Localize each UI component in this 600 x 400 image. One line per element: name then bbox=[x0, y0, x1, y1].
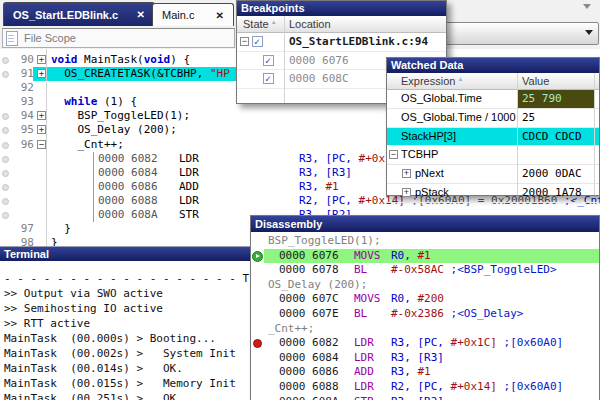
asm-mnemonic: BL bbox=[354, 307, 391, 322]
asm-operand: R3, [PC, bbox=[391, 336, 451, 349]
disasm-row[interactable]: 0000 6078BL#-0x58AC ;<BSP_ToggleLED> bbox=[251, 263, 599, 278]
gutter-dot-icon[interactable] bbox=[2, 57, 9, 64]
asm-operand: R3, [R3] bbox=[391, 351, 444, 364]
asm-operand: R3, [R3] bbox=[299, 166, 352, 179]
gutter-dot-icon[interactable] bbox=[2, 184, 9, 191]
fold-toggle-icon[interactable]: + bbox=[37, 55, 46, 64]
expand-toggle-icon[interactable]: − bbox=[240, 37, 249, 46]
watch-value: 25 bbox=[517, 109, 594, 127]
breakpoint-location: OS_StartLEDBlink.c:94 bbox=[289, 33, 428, 51]
code-text: 0000 6086ADDR3, #1 bbox=[51, 180, 339, 193]
asm-operand: ;<OS_Delay> bbox=[451, 307, 524, 320]
column-location[interactable]: Location bbox=[289, 16, 331, 32]
asm-mnemonic: ADD bbox=[179, 180, 299, 194]
disassembly-panel: Disassembly BSP_ToggleLED(1);0000 6076MO… bbox=[250, 215, 600, 400]
tab-label: OS_StartLEDBlink.c bbox=[13, 9, 118, 21]
disasm-row[interactable]: OS_Delay (200); bbox=[251, 278, 599, 293]
asm-operand: R0, bbox=[391, 249, 418, 262]
breakpoint-row[interactable]: −OS_StartLEDBlink.c:94 bbox=[237, 33, 446, 52]
code-segment: void bbox=[144, 53, 171, 66]
disasm-row[interactable]: 0000 6088LDRR2, [PC, #+0x14] ;[0x60A0] bbox=[251, 380, 599, 395]
line-number: 92 bbox=[0, 81, 34, 95]
asm-operand: ;[0x60A0] bbox=[497, 380, 563, 393]
code-text: } bbox=[51, 222, 71, 235]
disasm-row[interactable]: 0000 608ASTRR3, [R2] bbox=[251, 395, 599, 400]
asm-operand: R3, [R2] bbox=[391, 395, 444, 400]
column-divider bbox=[517, 73, 518, 195]
code-text: while (1) { bbox=[51, 95, 137, 108]
fold-toggle-icon[interactable]: − bbox=[37, 140, 46, 149]
breakpoints-panel-header[interactable]: Breakpoints bbox=[237, 1, 446, 16]
inline-disassembly-line: 0000 6082LDRR3, [PC, #+0x1C] bbox=[93, 152, 405, 166]
gutter-dot-icon[interactable] bbox=[2, 212, 9, 219]
code-text: void MainTask(void) { bbox=[51, 53, 190, 66]
column-divider bbox=[594, 73, 595, 195]
expand-toggle-icon[interactable]: + bbox=[402, 188, 411, 197]
disasm-row[interactable]: 0000 6086ADDR3, #1 bbox=[251, 365, 599, 380]
asm-mnemonic: MOVS bbox=[354, 292, 391, 307]
asm-address: 0000 6082 bbox=[98, 152, 179, 166]
watch-row[interactable]: +pStack2000 1A78 bbox=[387, 184, 599, 203]
fold-toggle-icon[interactable]: + bbox=[37, 111, 46, 120]
column-value[interactable]: Value bbox=[522, 73, 549, 89]
breakpoint-icon[interactable] bbox=[253, 339, 262, 348]
breakpoint-checkbox[interactable] bbox=[263, 73, 274, 84]
disasm-row[interactable]: 0000 6082LDRR3, [PC, #+0x1C] ;[0x60A0] bbox=[251, 336, 599, 351]
gutter-dot-icon[interactable] bbox=[2, 170, 9, 177]
watch-value: CDCD CDCD bbox=[517, 128, 594, 146]
column-expression[interactable]: Expression▲ bbox=[401, 73, 461, 91]
close-tab-icon[interactable]: ✕ bbox=[137, 9, 145, 20]
asm-mnemonic: STR bbox=[354, 395, 391, 400]
watch-row[interactable]: OS_Global.Time / 100025 bbox=[387, 109, 599, 128]
disasm-row[interactable]: _Cnt++; bbox=[251, 322, 599, 337]
code-segment: ) { bbox=[170, 53, 190, 66]
asm-address: 0000 6076 bbox=[279, 249, 354, 264]
code-segment: BSP_ToggleLED(1); bbox=[51, 109, 190, 122]
watch-expression: StackHP[3] bbox=[401, 128, 456, 146]
watch-row[interactable]: OS_Global.Time25 790 bbox=[387, 90, 599, 109]
watch-row[interactable]: −TCBHP bbox=[387, 146, 599, 165]
gutter-dot-icon[interactable] bbox=[2, 156, 9, 163]
tab-os-startledblink[interactable]: OS_StartLEDBlink.c ✕ bbox=[3, 2, 155, 26]
fold-toggle-icon[interactable]: + bbox=[37, 69, 46, 78]
disasm-row[interactable]: 0000 6084LDRR3, [R3] bbox=[251, 351, 599, 366]
asm-address: 0000 607E bbox=[279, 307, 354, 322]
asm-operand: #1 bbox=[418, 249, 431, 262]
disasm-row[interactable]: BSP_ToggleLED(1); bbox=[251, 234, 599, 249]
gutter-dot-icon[interactable] bbox=[2, 198, 9, 205]
file-scope-selector[interactable]: File Scope bbox=[2, 28, 235, 48]
sort-arrow-icon: ▲ bbox=[457, 71, 463, 87]
fold-spacer bbox=[37, 194, 46, 203]
tab-main[interactable]: Main.c ✕ bbox=[152, 3, 234, 26]
gutter-dot-icon[interactable] bbox=[2, 142, 9, 149]
disassembly-panel-header[interactable]: Disassembly bbox=[251, 216, 599, 232]
code-segment: } bbox=[51, 222, 71, 235]
fold-spacer bbox=[37, 180, 46, 189]
code-segment: OS_CREATETASK(&TCBHP, bbox=[51, 67, 210, 80]
watch-row[interactable]: StackHP[3]CDCD CDCD bbox=[387, 128, 599, 147]
asm-mnemonic: LDR bbox=[354, 351, 391, 366]
toolbar-overflow-icon[interactable] bbox=[583, 4, 591, 9]
disasm-row[interactable]: 0000 6076MOVSR0, #1 bbox=[251, 249, 599, 264]
breakpoint-checkbox[interactable] bbox=[252, 36, 263, 47]
asm-operand: R0, bbox=[391, 292, 418, 305]
code-text: OS_Delay (200); bbox=[51, 123, 177, 136]
close-tab-icon[interactable]: ✕ bbox=[216, 10, 224, 21]
line-number: 97 bbox=[0, 222, 34, 236]
expand-toggle-icon[interactable]: + bbox=[402, 169, 411, 178]
asm-operand: R3, bbox=[391, 365, 418, 378]
breakpoint-checkbox[interactable] bbox=[263, 55, 274, 66]
disasm-row[interactable]: 0000 607EBL#-0x2386 ;<OS_Delay> bbox=[251, 307, 599, 322]
column-state[interactable]: State▲ bbox=[243, 16, 275, 34]
asm-operand: #+0x14] bbox=[451, 380, 497, 393]
watch-row[interactable]: +pNext2000 0DAC bbox=[387, 165, 599, 184]
fold-toggle-icon[interactable]: + bbox=[37, 125, 46, 134]
asm-operand: R3, bbox=[299, 180, 326, 193]
watched-data-panel-header[interactable]: Watched Data bbox=[387, 58, 599, 73]
code-segment: (1) { bbox=[97, 95, 137, 108]
expand-toggle-icon[interactable]: − bbox=[389, 150, 398, 159]
line-number: 93 bbox=[0, 95, 34, 109]
asm-operand: #+0x1C] bbox=[451, 336, 497, 349]
asm-mnemonic: LDR bbox=[354, 380, 391, 395]
disasm-row[interactable]: 0000 607CMOVSR0, #200 bbox=[251, 292, 599, 307]
